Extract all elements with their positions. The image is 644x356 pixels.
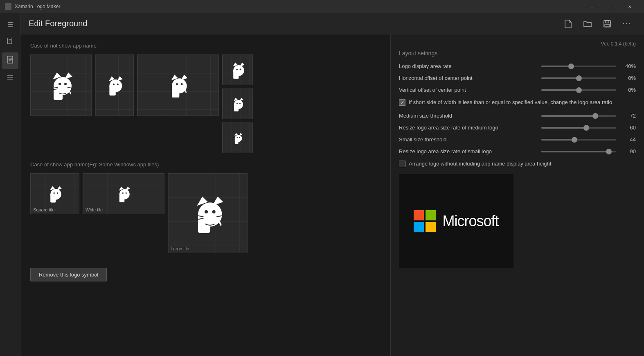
svg-rect-25 [109, 85, 115, 95]
v-offset-slider-track[interactable] [541, 89, 616, 91]
cat-icon-5 [232, 97, 244, 111]
resize-medium-slider-track[interactable] [541, 127, 616, 129]
v-offset-slider-thumb[interactable] [576, 87, 582, 93]
resize-small-slider-container [541, 151, 616, 152]
logo-rate-slider-fill [541, 66, 571, 67]
svg-point-33 [181, 83, 183, 85]
svg-rect-37 [233, 70, 239, 79]
medium-threshold-value: 72 [619, 113, 636, 119]
tile-no-name-4 [222, 54, 253, 85]
svg-rect-61 [119, 194, 124, 202]
right-panel: Ver. 0.1.4 (beta) Layout settings Logo d… [390, 34, 644, 356]
h-offset-label: Horizontal offset of center point [399, 75, 538, 81]
save-file-button[interactable] [598, 15, 616, 33]
close-button[interactable]: ✕ [620, 0, 639, 13]
cat-icon-3 [168, 73, 188, 98]
wide-tile-container: Wide tile [83, 173, 164, 253]
medium-threshold-slider-track[interactable] [541, 115, 616, 117]
svg-rect-55 [50, 194, 56, 203]
layout-title: Layout settings [399, 50, 636, 57]
svg-point-27 [117, 84, 118, 85]
svg-point-32 [176, 83, 178, 85]
new-file-button[interactable] [559, 15, 577, 33]
resize-medium-value: 60 [619, 125, 636, 131]
resize-medium-slider-thumb[interactable] [583, 125, 589, 131]
svg-point-69 [212, 210, 215, 213]
large-tile: Large tile [168, 173, 248, 253]
with-name-section-title: Case of show app name(Eg: Some Windows a… [30, 161, 381, 168]
resize-small-label: Resize logo area size rate of small logo [399, 148, 538, 154]
sidebar-item-list[interactable] [2, 70, 18, 87]
resize-medium-slider-container [541, 127, 616, 129]
no-name-tiles [30, 54, 381, 153]
main-content: Edit Foreground ··· Case of not [20, 13, 644, 356]
setting-row-small-threshold: Small size threshold 44 [399, 136, 636, 143]
with-name-tiles: Square tile [30, 173, 381, 253]
app-title: Xamarin Logo Maker [15, 4, 60, 9]
small-threshold-slider-thumb[interactable] [572, 137, 577, 143]
setting-row-resize-small: Resize logo area size rate of small logo… [399, 148, 636, 154]
no-name-section-title: Case of not show app name [30, 43, 381, 49]
h-offset-value: 0% [619, 75, 636, 81]
maximize-button[interactable]: □ [601, 0, 620, 13]
wide-tile: Wide tile [83, 173, 164, 214]
content-area: Case of not show app name [20, 34, 644, 356]
setting-row-logo-rate: Logo display area rate 40% [399, 63, 636, 69]
logo-rate-slider-thumb[interactable] [568, 63, 574, 69]
toolbar-actions: ··· [559, 15, 636, 33]
logo-rate-value: 40% [619, 63, 636, 69]
sidebar-item-doc[interactable] [2, 52, 18, 69]
checkbox-row-1: ✓ If short side of width is less than or… [399, 99, 636, 106]
svg-point-57 [57, 192, 59, 194]
checkbox-2[interactable] [399, 161, 405, 167]
resize-medium-label: Resize logo area size rate of medium log… [399, 125, 538, 131]
app-icon [5, 3, 11, 10]
svg-rect-43 [234, 104, 239, 111]
cat-icon-4 [230, 61, 245, 79]
microsoft-logo-preview: Microsoft [399, 174, 513, 268]
small-threshold-slider-track[interactable] [541, 139, 616, 141]
v-offset-value: 0% [619, 87, 636, 93]
resize-small-value: 90 [619, 148, 636, 154]
sidebar-item-new[interactable] [2, 34, 18, 51]
resize-small-slider-thumb[interactable] [606, 149, 612, 154]
remove-logo-button[interactable]: Remove this logo symbol [30, 268, 107, 281]
medium-threshold-label: Medium size threshold [399, 113, 538, 119]
medium-threshold-slider-container [541, 115, 616, 117]
minimize-button[interactable]: – [583, 0, 601, 13]
small-threshold-slider-container [541, 139, 616, 141]
setting-row-resize-medium: Resize logo area size rate of medium log… [399, 125, 636, 131]
ellipsis-icon: ··· [622, 19, 631, 28]
svg-point-17 [59, 83, 61, 85]
ms-logo-grid [414, 210, 436, 232]
more-options-button[interactable]: ··· [618, 15, 636, 33]
h-offset-slider-thumb[interactable] [576, 75, 582, 81]
open-file-button[interactable] [579, 15, 597, 33]
medium-threshold-slider-thumb[interactable] [592, 113, 598, 119]
checkbox-2-label: Arrange logo without including app name … [409, 160, 551, 168]
title-bar: Xamarin Logo Maker – □ ✕ [0, 0, 644, 13]
v-offset-slider-fill [541, 89, 579, 91]
small-tiles-column [222, 54, 253, 153]
cat-icon-1 [49, 70, 73, 100]
sidebar-item-hamburger[interactable]: ☰ [2, 16, 18, 33]
tile-no-name-2 [95, 54, 134, 116]
svg-point-68 [205, 210, 208, 213]
cat-icon-sq [47, 185, 62, 203]
v-offset-slider-container [541, 89, 616, 91]
title-bar-left: Xamarin Logo Maker [5, 3, 60, 10]
svg-point-26 [113, 84, 114, 85]
doc-icon [7, 56, 14, 66]
h-offset-slider-track[interactable] [541, 77, 616, 79]
tile-no-name-5 [222, 88, 253, 119]
svg-point-39 [239, 68, 241, 70]
check-icon-1: ✓ [401, 100, 404, 105]
checkbox-1[interactable]: ✓ [399, 99, 405, 106]
preview-area: Case of not show app name [20, 34, 390, 356]
resize-small-slider-track[interactable] [541, 151, 616, 152]
list-icon [7, 75, 14, 83]
app-container: ☰ Edit Foreground [0, 13, 644, 356]
logo-rate-slider-container [541, 66, 616, 67]
logo-rate-slider-track[interactable] [541, 66, 616, 67]
title-bar-controls: – □ ✕ [583, 0, 639, 13]
